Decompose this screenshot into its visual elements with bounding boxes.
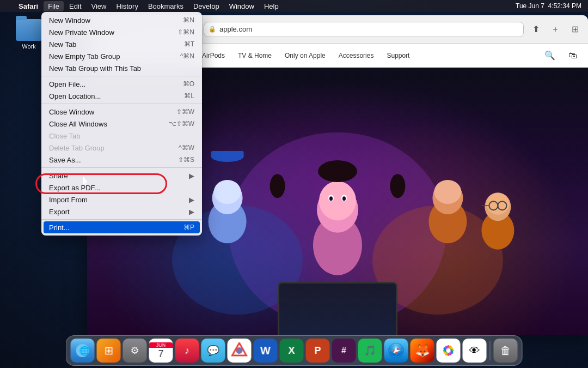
svg-text:🌐: 🌐 [79, 346, 90, 356]
svg-point-22 [390, 174, 405, 198]
menubar-right: Tue Jun 7 4:52:34 PM [513, 1, 584, 11]
svg-point-21 [270, 174, 285, 198]
dock-powerpoint[interactable]: P [306, 339, 330, 363]
dock-safari[interactable] [384, 339, 408, 363]
dock-photos[interactable] [437, 339, 461, 363]
dock-firefox[interactable]: 🦊 [411, 339, 434, 363]
nav-support[interactable]: Support [387, 52, 409, 59]
menu-close-window-label: Close Window [49, 108, 176, 116]
nav-airpods[interactable]: AirPods [202, 52, 225, 59]
menu-new-tab-group-this-label: New Tab Group with This Tab [49, 64, 194, 73]
dock-word[interactable]: W [254, 339, 278, 363]
menubar-bookmarks[interactable]: Bookmarks [144, 1, 188, 11]
menu-import-from[interactable]: Import From ▶ [41, 194, 202, 206]
menu-close-window-shortcut: ⇧⌘W [176, 108, 194, 116]
desktop: Safari File Edit View History Bookmarks … [0, 0, 588, 368]
menu-print[interactable]: Print... ⌘P [44, 221, 200, 233]
menu-close-window[interactable]: Close Window ⇧⌘W [41, 106, 202, 118]
menu-share-label: Share [49, 172, 189, 180]
menu-new-private-window[interactable]: New Private Window ⇧⌘N [41, 26, 202, 38]
menu-new-tab-label: New Tab [49, 40, 184, 49]
dock-launchpad[interactable]: ⊞ [97, 339, 121, 363]
menu-close-tab-label: Close Tab [49, 132, 194, 140]
menu-open-file-shortcut: ⌘O [183, 80, 194, 88]
svg-point-25 [329, 196, 333, 201]
laptop-screen [278, 282, 397, 335]
menu-delete-tab-group-label: Delete Tab Group [49, 144, 179, 152]
menu-new-window[interactable]: New Window ⌘N [41, 14, 202, 26]
separator-1 [41, 76, 202, 76]
nav-tvhome[interactable]: TV & Home [238, 52, 272, 59]
menu-export-label: Export [49, 208, 189, 216]
menubar: Safari File Edit View History Bookmarks … [0, 0, 588, 12]
apple-menu[interactable] [4, 5, 13, 7]
share-button[interactable]: ⬆ [528, 22, 543, 37]
separator-4 [41, 219, 202, 220]
dock-preview[interactable]: 👁 [463, 339, 487, 363]
dock-separator [490, 341, 491, 360]
menu-close-all-windows-shortcut: ⌥⇧⌘W [169, 120, 194, 128]
menubar-view[interactable]: View [87, 1, 111, 11]
menu-new-tab-group-this[interactable]: New Tab Group with This Tab [41, 62, 202, 74]
menu-new-tab[interactable]: New Tab ⌘T [41, 38, 202, 50]
nav-search-icon[interactable]: 🔍 [544, 50, 555, 61]
menu-print-label: Print... [49, 224, 183, 232]
menubar-edit[interactable]: Edit [65, 1, 85, 11]
menu-print-shortcut: ⌘P [183, 224, 194, 231]
nav-onlyonapple[interactable]: Only on Apple [285, 52, 326, 59]
menu-export-pdf[interactable]: Export as PDF... [41, 182, 202, 194]
menubar-left: Safari File Edit View History Bookmarks … [4, 1, 283, 11]
menu-import-from-label: Import From [49, 196, 189, 204]
file-menu: New Window ⌘N New Private Window ⇧⌘N New… [41, 12, 202, 236]
menu-close-tab: Close Tab [41, 130, 202, 142]
menu-new-tab-shortcut: ⌘T [184, 40, 194, 48]
dock-trash[interactable]: 🗑 [494, 339, 518, 363]
menubar-file[interactable]: File [44, 1, 64, 11]
svg-text:⊙: ⊙ [236, 346, 242, 355]
svg-point-10 [434, 180, 461, 204]
menubar-datetime: Tue Jun 7 4:52:34 PM [513, 1, 584, 11]
folder-label-work: Work [22, 43, 35, 50]
dock: 🌐 ⊞ ⚙ JUN 7 ♪ 💬 ⊙ W X P # 🎵 [66, 335, 523, 366]
tab-grid-button[interactable]: ⊞ [567, 22, 583, 37]
new-tab-button[interactable]: + [548, 22, 563, 37]
svg-point-46 [446, 348, 451, 353]
dock-chrome[interactable]: ⊙ [228, 339, 252, 363]
folder-icon-work [16, 19, 42, 41]
chrome-icon: ⊙ [231, 342, 248, 359]
menu-close-all-windows[interactable]: Close All Windows ⌥⇧⌘W [41, 118, 202, 130]
menu-new-empty-tab-group[interactable]: New Empty Tab Group ^⌘N [41, 50, 202, 62]
menu-delete-tab-group-shortcut: ^⌘W [179, 144, 194, 152]
menu-share[interactable]: Share ▶ [41, 170, 202, 182]
dock-slack[interactable]: # [332, 339, 356, 363]
menu-new-private-shortcut: ⇧⌘N [177, 28, 194, 36]
dock-messages[interactable]: 💬 [201, 339, 225, 363]
menu-open-file[interactable]: Open File... ⌘O [41, 78, 202, 90]
menubar-window[interactable]: Window [225, 1, 259, 11]
menu-export-pdf-label: Export as PDF... [49, 184, 194, 192]
menu-close-all-windows-label: Close All Windows [49, 120, 169, 128]
menu-open-location[interactable]: Open Location... ⌘L [41, 90, 202, 102]
menubar-history[interactable]: History [112, 1, 142, 11]
menubar-help[interactable]: Help [260, 1, 283, 11]
menu-new-window-label: New Window [49, 16, 183, 25]
menu-save-as-label: Save As... [49, 156, 178, 164]
nav-accessories[interactable]: Accessories [339, 52, 374, 59]
menu-save-as[interactable]: Save As... ⇧⌘S [41, 154, 202, 166]
svg-point-26 [342, 196, 346, 201]
dock-music[interactable]: ♪ [175, 339, 199, 363]
dock-finder[interactable]: 🌐 [71, 339, 95, 363]
menu-export[interactable]: Export ▶ [41, 206, 202, 218]
menu-delete-tab-group: Delete Tab Group ^⌘W [41, 142, 202, 154]
address-bar[interactable]: 🔒 apple.com [204, 22, 524, 37]
menubar-safari[interactable]: Safari [14, 1, 42, 11]
menu-new-private-label: New Private Window [49, 28, 177, 37]
separator-2 [41, 104, 202, 104]
dock-excel[interactable]: X [280, 339, 304, 363]
nav-bag-icon[interactable]: 🛍 [568, 51, 577, 61]
menubar-develop[interactable]: Develop [189, 1, 224, 11]
dock-calendar[interactable]: JUN 7 [149, 339, 173, 363]
dock-spotify[interactable]: 🎵 [358, 339, 382, 363]
dock-system-settings[interactable]: ⚙ [123, 339, 147, 363]
svg-point-20 [318, 160, 357, 182]
